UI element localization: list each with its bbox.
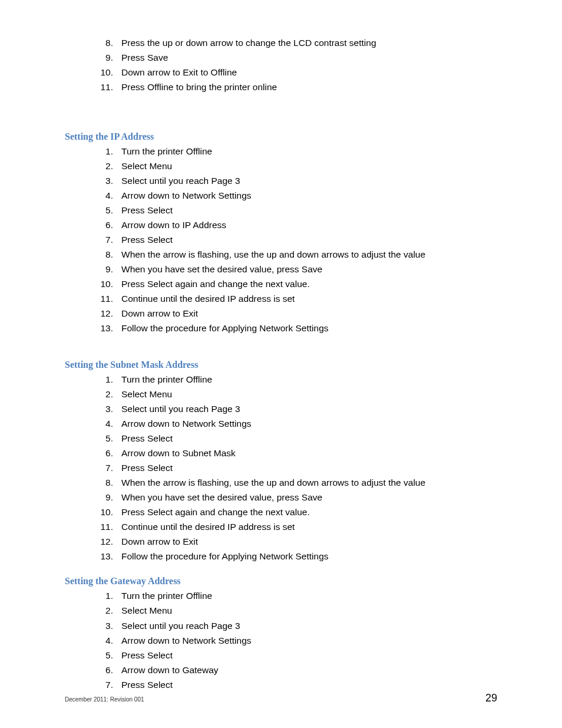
- list-text: Arrow down to Subnet Mask: [121, 448, 236, 458]
- list-item: 8.When the arrow is flashing, use the up…: [97, 476, 497, 490]
- list-text: Follow the procedure for Applying Networ…: [121, 551, 329, 561]
- section-list: 1.Turn the printer Offline2.Select Menu3…: [97, 589, 497, 691]
- list-number: 3.: [97, 402, 113, 416]
- list-text: Down arrow to Exit: [121, 308, 198, 318]
- intro-list: 8.Press the up or down arrow to change t…: [97, 36, 497, 94]
- list-number: 4.: [97, 417, 113, 431]
- list-number: 3.: [97, 619, 113, 633]
- list-number: 1.: [97, 373, 113, 387]
- list-text: Select Menu: [121, 605, 172, 615]
- list-item: 6.Arrow down to Subnet Mask: [97, 446, 497, 460]
- footer-revision: December 2011: Revision 001: [65, 696, 144, 703]
- list-number: 11.: [97, 520, 113, 534]
- list-number: 7.: [97, 461, 113, 475]
- list-number: 4.: [97, 634, 113, 648]
- page-footer: December 2011: Revision 001 29: [65, 692, 497, 704]
- list-number: 8.: [97, 476, 113, 490]
- list-item: 13.Follow the procedure for Applying Net…: [97, 321, 497, 335]
- section-gap: [65, 95, 497, 131]
- list-text: Press Select: [121, 433, 173, 443]
- list-text: When the arrow is flashing, use the up a…: [121, 477, 425, 487]
- list-item: 11.Press Offline to bring the printer on…: [97, 80, 497, 94]
- list-number: 8.: [97, 248, 113, 262]
- list-text: Arrow down to Gateway: [121, 665, 219, 675]
- list-item: 5.Press Select: [97, 648, 497, 663]
- list-number: 1.: [97, 144, 113, 159]
- list-item: 1.Turn the printer Offline: [97, 373, 497, 387]
- list-number: 13.: [97, 321, 113, 335]
- section-heading: Setting the Gateway Address: [65, 576, 497, 587]
- list-item: 2.Select Menu: [97, 604, 497, 618]
- list-number: 2.: [97, 604, 113, 618]
- list-item: 4.Arrow down to Network Settings: [97, 417, 497, 431]
- list-text: When you have set the desired value, pre…: [121, 264, 322, 274]
- list-number: 13.: [97, 549, 113, 564]
- list-number: 5.: [97, 648, 113, 663]
- list-number: 2.: [97, 387, 113, 401]
- list-number: 8.: [97, 36, 113, 50]
- list-text: Select Menu: [121, 389, 172, 399]
- list-number: 9.: [97, 51, 113, 65]
- list-item: 4.Arrow down to Network Settings: [97, 189, 497, 203]
- list-item: 1.Turn the printer Offline: [97, 589, 497, 603]
- list-item: 9.Press Save: [97, 51, 497, 65]
- list-number: 6.: [97, 446, 113, 460]
- list-item: 3.Select until you reach Page 3: [97, 619, 497, 633]
- footer-page-number: 29: [485, 692, 497, 704]
- list-text: Follow the procedure for Applying Networ…: [121, 323, 329, 333]
- section-heading: Setting the Subnet Mask Address: [65, 360, 497, 370]
- list-number: 3.: [97, 174, 113, 188]
- list-item: 6.Arrow down to Gateway: [97, 663, 497, 677]
- list-number: 9.: [97, 262, 113, 276]
- list-item: 2.Select Menu: [97, 159, 497, 173]
- list-item: 2.Select Menu: [97, 387, 497, 401]
- list-item: 7.Press Select: [97, 678, 497, 692]
- list-text: Turn the printer Offline: [121, 374, 212, 384]
- list-item: 12.Down arrow to Exit: [97, 307, 497, 321]
- list-item: 12.Down arrow to Exit: [97, 535, 497, 549]
- list-item: 6.Arrow down to IP Address: [97, 218, 497, 232]
- list-number: 6.: [97, 218, 113, 232]
- list-text: Down arrow to Exit: [121, 536, 198, 546]
- list-item: 10.Press Select again and change the nex…: [97, 277, 497, 291]
- list-item: 4.Arrow down to Network Settings: [97, 634, 497, 648]
- list-text: Select until you reach Page 3: [121, 176, 240, 186]
- list-item: 10.Press Select again and change the nex…: [97, 505, 497, 519]
- list-text: Arrow down to IP Address: [121, 220, 226, 230]
- list-number: 9.: [97, 490, 113, 505]
- list-number: 5.: [97, 203, 113, 218]
- list-item: 11.Continue until the desired IP address…: [97, 292, 497, 306]
- list-text: Turn the printer Offline: [121, 146, 212, 156]
- section-gap: [65, 564, 497, 576]
- list-item: 5.Press Select: [97, 431, 497, 446]
- list-number: 10.: [97, 65, 113, 80]
- list-text: Arrow down to Network Settings: [121, 190, 252, 200]
- list-text: Select until you reach Page 3: [121, 404, 240, 414]
- list-number: 12.: [97, 535, 113, 549]
- list-text: Press Offline to bring the printer onlin…: [121, 82, 277, 92]
- list-number: 2.: [97, 159, 113, 173]
- list-item: 10.Down arrow to Exit to Offline: [97, 65, 497, 80]
- list-number: 11.: [97, 80, 113, 94]
- section-gap: [65, 336, 497, 360]
- document-page: 8.Press the up or down arrow to change t…: [0, 0, 562, 728]
- list-text: Press the up or down arrow to change the…: [121, 38, 376, 48]
- list-text: Press Select: [121, 650, 173, 660]
- list-text: When you have set the desired value, pre…: [121, 492, 322, 502]
- section-heading: Setting the IP Address: [65, 131, 497, 142]
- list-item: 5.Press Select: [97, 203, 497, 218]
- list-text: Down arrow to Exit to Offline: [121, 67, 237, 77]
- list-text: Continue until the desired IP address is…: [121, 522, 295, 532]
- list-number: 6.: [97, 663, 113, 677]
- list-text: Continue until the desired IP address is…: [121, 294, 295, 304]
- list-text: Press Select again and change the next v…: [121, 279, 310, 289]
- list-number: 10.: [97, 505, 113, 519]
- list-item: 7.Press Select: [97, 461, 497, 475]
- list-item: 9.When you have set the desired value, p…: [97, 490, 497, 505]
- list-text: Select until you reach Page 3: [121, 621, 240, 631]
- list-item: 11.Continue until the desired IP address…: [97, 520, 497, 534]
- section-list: 1.Turn the printer Offline2.Select Menu3…: [97, 144, 497, 335]
- list-item: 8.Press the up or down arrow to change t…: [97, 36, 497, 50]
- list-text: Press Select: [121, 205, 173, 215]
- list-number: 5.: [97, 431, 113, 446]
